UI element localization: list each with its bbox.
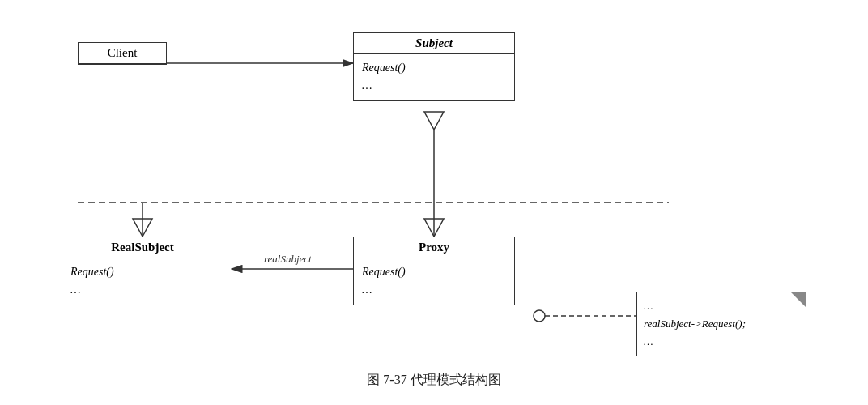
client-box-header: Client: [79, 43, 166, 64]
realsubject-box-body: Request() …: [62, 258, 223, 305]
uml-diagram: Client Subject Request() … RealSubject R…: [37, 16, 831, 389]
subject-box-body: Request() …: [354, 54, 514, 100]
note-box-body: … realSubject->Request(); …: [637, 292, 806, 356]
proxy-box: Proxy Request() …: [353, 237, 515, 305]
svg-marker-9: [133, 219, 152, 237]
diagram-caption: 图 7-37 代理模式结构图: [367, 372, 500, 389]
svg-marker-7: [424, 219, 444, 237]
subject-box: Subject Request() …: [353, 32, 515, 101]
arrow-label-realsubject: realSubject: [264, 253, 312, 266]
note-box: … realSubject->Request(); …: [636, 292, 806, 356]
svg-point-11: [534, 310, 545, 322]
proxy-box-body: Request() …: [354, 258, 514, 305]
realsubject-box-header: RealSubject: [62, 237, 223, 258]
subject-box-header: Subject: [354, 33, 514, 54]
proxy-box-header: Proxy: [354, 237, 514, 258]
svg-marker-5: [424, 112, 444, 130]
client-box: Client: [78, 42, 167, 65]
realsubject-box: RealSubject Request() …: [62, 237, 223, 305]
